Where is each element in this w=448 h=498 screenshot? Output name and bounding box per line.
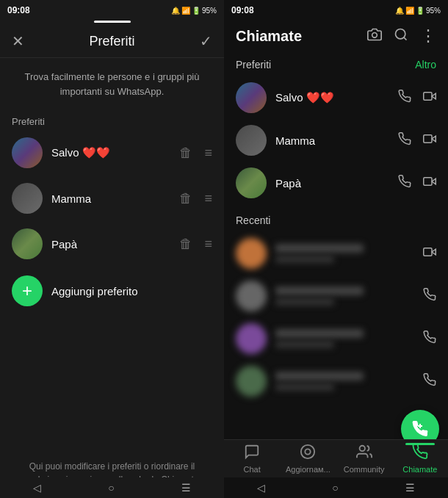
search-icon[interactable] [394, 27, 408, 46]
list-item [224, 275, 448, 317]
avatar [236, 323, 267, 354]
right-status-icons: 🔔 📶 🔋 95% [395, 7, 441, 15]
add-label: Aggiungi preferito [51, 285, 138, 297]
right-time: 09:08 [231, 5, 254, 15]
left-status-bar: 09:08 🔔 📶 🔋 95% [0, 0, 224, 21]
call-actions [398, 132, 436, 149]
chiamate-nav-label: Chiamate [402, 465, 437, 474]
blurred-name [275, 244, 364, 253]
contact-actions: 🗑 ≡ [179, 237, 212, 252]
phone-icon[interactable] [398, 90, 411, 107]
svg-rect-4 [424, 92, 432, 100]
recent-info [275, 329, 414, 348]
aggiornamenti-nav-label: Aggiornам... [286, 465, 330, 474]
video-icon[interactable] [423, 132, 436, 149]
video-icon[interactable] [423, 90, 436, 107]
contact-name: Mamma [51, 192, 170, 205]
altro-link[interactable]: Altro [415, 59, 436, 71]
contact-name: Papà [275, 177, 389, 190]
home-icon[interactable]: ○ [108, 482, 114, 494]
right-panel: 09:08 🔔 📶 🔋 95% Chiamate ⋮ [224, 0, 448, 498]
right-status-bar: 09:08 🔔 📶 🔋 95% [224, 0, 448, 21]
chiamate-nav-icon [412, 444, 428, 463]
recent-info [275, 286, 414, 306]
video-icon[interactable] [423, 245, 436, 262]
menu-icon[interactable]: ☰ [181, 482, 191, 494]
phone-icon[interactable] [423, 331, 436, 347]
recenti-label: Recenti [224, 210, 448, 232]
blurred-sub [275, 341, 334, 348]
avatar [236, 238, 267, 269]
blurred-sub [275, 383, 334, 391]
recent-info [275, 372, 414, 391]
active-indicator [405, 443, 435, 445]
list-item [224, 360, 448, 403]
left-panel: 09:08 🔔 📶 🔋 95% ✕ Preferiti ✓ Trova faci… [0, 0, 224, 498]
recenti-section: Recenti [224, 210, 448, 403]
add-icon: + [12, 275, 43, 306]
contact-actions: 🗑 ≡ [179, 191, 212, 206]
blurred-name [275, 286, 364, 295]
blurred-sub [275, 298, 334, 306]
more-options-icon[interactable]: ⋮ [420, 26, 436, 46]
menu-icon[interactable]: ☰ [405, 482, 415, 494]
svg-rect-6 [424, 134, 432, 142]
delete-icon[interactable]: 🗑 [179, 237, 192, 252]
contact-actions: 🗑 ≡ [179, 145, 212, 161]
svg-rect-10 [424, 248, 432, 256]
nav-item-aggiornamenti[interactable]: Aggiornам... [280, 444, 336, 474]
phone-icon[interactable] [423, 373, 436, 390]
list-item: Mamma [224, 119, 448, 162]
list-item [224, 317, 448, 360]
aggiornamenti-nav-icon [300, 444, 316, 463]
avatar [236, 281, 267, 311]
avatar [236, 82, 267, 113]
preferiti-section-label: Preferiti [0, 110, 224, 130]
community-nav-label: Community [344, 465, 385, 474]
nav-item-community[interactable]: Community [336, 444, 392, 474]
left-system-nav: ◁ ○ ☰ [0, 477, 224, 498]
preferiti-contacts: Salvo ❤️❤️ Mamma [224, 76, 448, 204]
phone-icon[interactable] [423, 288, 436, 305]
delete-icon[interactable]: 🗑 [179, 145, 192, 161]
reorder-icon[interactable]: ≡ [204, 191, 212, 206]
nav-item-chiamate[interactable]: Chiamate [392, 444, 448, 474]
back-icon[interactable]: ◁ [257, 482, 265, 494]
home-icon[interactable]: ○ [332, 482, 338, 494]
svg-line-2 [404, 37, 407, 40]
avatar: S [12, 137, 43, 168]
delete-icon[interactable]: 🗑 [179, 191, 192, 206]
panel-title: Preferiti [89, 34, 134, 49]
close-icon[interactable]: ✕ [12, 32, 24, 50]
camera-icon[interactable] [367, 27, 382, 46]
avatar [236, 167, 267, 198]
preferiti-label: Preferiti [236, 59, 271, 71]
right-header-icons: ⋮ [367, 26, 436, 46]
phone-icon[interactable] [398, 175, 411, 192]
list-item: Salvo ❤️❤️ [224, 76, 448, 119]
intro-text: Trova facilmente le persone e i gruppi p… [0, 58, 224, 110]
blurred-name [275, 329, 364, 338]
back-icon[interactable]: ◁ [33, 482, 41, 494]
right-title: Chiamate [236, 28, 367, 45]
recent-info [275, 244, 414, 263]
svg-point-0 [372, 32, 377, 37]
svg-marker-9 [432, 249, 436, 255]
chat-nav-label: Chat [244, 465, 261, 474]
video-icon[interactable] [423, 175, 436, 192]
avatar [12, 183, 43, 214]
svg-point-14 [306, 449, 311, 454]
svg-marker-7 [432, 178, 436, 184]
reorder-icon[interactable]: ≡ [204, 237, 212, 252]
svg-marker-5 [432, 136, 436, 142]
svg-rect-8 [424, 177, 432, 185]
confirm-icon[interactable]: ✓ [200, 32, 212, 50]
add-favorite-button[interactable]: + Aggiungi preferito [0, 267, 224, 315]
left-header: ✕ Preferiti ✓ [0, 25, 224, 58]
reorder-icon[interactable]: ≡ [204, 145, 212, 161]
phone-icon[interactable] [398, 132, 411, 149]
nav-item-chat[interactable]: Chat [224, 444, 280, 474]
bottom-nav: Chat Aggiornам... Community [224, 439, 448, 477]
community-nav-icon [356, 444, 372, 463]
svg-point-1 [396, 29, 405, 38]
